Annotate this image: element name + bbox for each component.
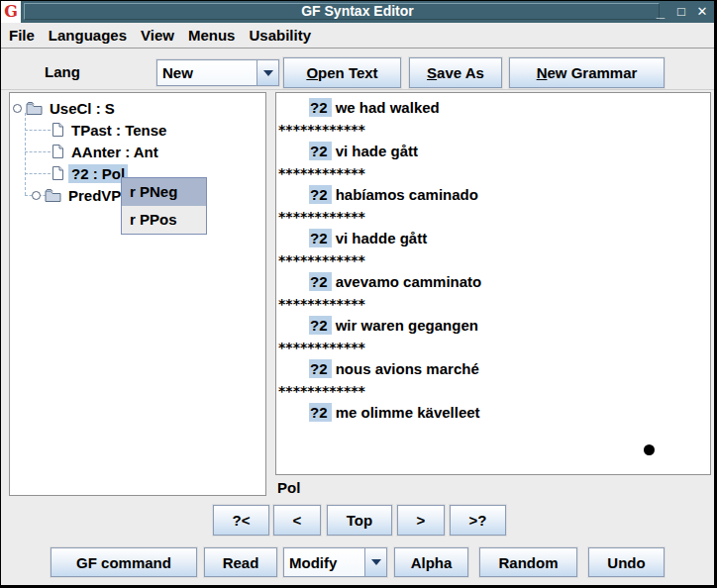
new-grammar-mnemonic: N xyxy=(537,64,548,81)
folder-icon xyxy=(45,188,61,202)
output-line: ?2 me olimme kävelleet xyxy=(276,402,710,424)
output-line: ?2 nous avions marché xyxy=(276,358,710,380)
save-as-rest: ave As xyxy=(437,64,484,81)
modify-combobox[interactable]: Modify xyxy=(283,547,387,577)
tree-connector-line xyxy=(25,151,51,152)
metavariable-badge: ?2 xyxy=(309,403,332,422)
open-text-button[interactable]: Open Text xyxy=(283,57,401,88)
save-as-button[interactable]: Save As xyxy=(409,57,502,88)
separator-line: ************ xyxy=(276,206,710,228)
language-combobox-value: New xyxy=(157,60,256,85)
undo-button[interactable]: Undo xyxy=(588,547,665,577)
separator-line: ************ xyxy=(276,380,710,402)
output-text: nous avions marché xyxy=(336,360,479,377)
menubar: File Languages View Menus Usability xyxy=(1,23,714,49)
close-icon[interactable]: ✕ xyxy=(695,5,709,19)
open-text-rest: pen Text xyxy=(318,64,378,81)
tree-node-label: PredVP xyxy=(65,186,124,205)
tree-node-label: AAnter : Ant xyxy=(68,143,161,161)
output-text: me olimme kävelleet xyxy=(336,404,480,421)
output-line: ?2 vi hadde gått xyxy=(276,228,710,249)
popup-item-ppos[interactable]: r PPos xyxy=(122,206,206,234)
nav-top-button[interactable]: Top xyxy=(327,505,392,536)
open-text-label: Open Text xyxy=(306,64,377,81)
output-line: ?2 habíamos caminado xyxy=(276,184,710,206)
tree-node-tpast[interactable]: TPast : Tense xyxy=(51,119,169,141)
linearization-output-area[interactable]: ?2 we had walked ************ ?2 vi hade… xyxy=(275,92,711,475)
separator-line: ************ xyxy=(276,293,710,315)
menu-menus[interactable]: Menus xyxy=(188,27,236,44)
menu-usability[interactable]: Usability xyxy=(249,27,311,44)
window-controls: _ □ ✕ xyxy=(654,1,709,23)
gf-logo: G xyxy=(1,1,21,23)
output-line: ?2 wir waren gegangen xyxy=(276,315,710,337)
random-button[interactable]: Random xyxy=(479,547,577,577)
tree-node-q2-pol[interactable]: ?2 : Pol xyxy=(51,162,128,184)
tree-connector-line xyxy=(25,173,51,174)
tree-node-predvp[interactable]: PredVP xyxy=(32,184,124,206)
status-text: Pol xyxy=(277,479,300,496)
tree-node-label: UseCl : S xyxy=(47,99,118,118)
chevron-down-icon xyxy=(263,70,273,76)
gf-syntax-editor-window: GF Syntax Editor _ □ ✕ G File Languages … xyxy=(0,0,717,588)
metavariable-badge: ?2 xyxy=(309,229,332,247)
output-text: vi hadde gått xyxy=(336,230,428,246)
modify-combobox-arrow[interactable] xyxy=(364,548,386,576)
language-combobox[interactable]: New xyxy=(156,59,279,86)
folder-icon xyxy=(26,101,43,115)
collapse-handle-icon[interactable] xyxy=(32,191,41,200)
tree-node-label: TPast : Tense xyxy=(68,121,169,140)
tree-node-usecl[interactable]: UseCl : S xyxy=(13,97,118,119)
minimize-icon[interactable]: _ xyxy=(654,5,667,19)
open-text-mnemonic: O xyxy=(306,64,318,81)
popup-item-pneg[interactable]: r PNeg xyxy=(122,178,206,206)
menu-languages[interactable]: Languages xyxy=(49,27,127,44)
metavariable-badge: ?2 xyxy=(309,185,332,204)
lang-label: Lang xyxy=(45,63,80,80)
save-as-label: Save As xyxy=(427,64,484,81)
save-as-mnemonic: S xyxy=(427,64,437,81)
metavariable-badge: ?2 xyxy=(309,359,332,378)
window-title: GF Syntax Editor xyxy=(1,3,714,19)
output-text: avevamo camminato xyxy=(336,273,482,290)
read-button[interactable]: Read xyxy=(204,547,277,577)
nav-last-button[interactable]: >? xyxy=(450,505,506,536)
new-grammar-button[interactable]: New Grammar xyxy=(509,57,665,88)
output-line: ?2 avevamo camminato xyxy=(276,271,710,293)
syntax-tree-panel[interactable]: UseCl : S TPast : Tense AAnter : Ant ?2 … xyxy=(9,92,266,496)
tree-node-label: ?2 : Pol xyxy=(68,164,128,183)
output-text: wir waren gegangen xyxy=(336,317,478,334)
separator-line: ************ xyxy=(276,119,710,141)
maximize-icon[interactable]: □ xyxy=(674,5,688,19)
output-line: ?2 vi hade gått xyxy=(276,141,710,162)
menu-view[interactable]: View xyxy=(141,27,174,44)
expand-handle-icon[interactable] xyxy=(13,104,22,113)
alpha-button[interactable]: Alpha xyxy=(394,547,468,577)
nav-first-button[interactable]: ?< xyxy=(213,505,269,536)
output-dot xyxy=(644,444,655,455)
new-grammar-rest: ew Grammar xyxy=(547,64,637,81)
nav-next-button[interactable]: > xyxy=(397,505,445,536)
output-text: habíamos caminado xyxy=(336,186,478,203)
metavariable-badge: ?2 xyxy=(309,98,332,117)
document-icon xyxy=(51,165,64,181)
output-text: we had walked xyxy=(336,99,440,116)
tree-connector-line xyxy=(25,113,26,195)
menu-file[interactable]: File xyxy=(9,27,35,44)
new-grammar-label: New Grammar xyxy=(537,64,638,81)
document-icon xyxy=(51,122,64,138)
output-text: vi hade gått xyxy=(336,143,418,159)
tree-node-aanter[interactable]: AAnter : Ant xyxy=(51,141,161,162)
language-combobox-arrow[interactable] xyxy=(256,60,278,85)
refinement-popup-menu: r PNeg r PPos xyxy=(121,177,207,235)
output-line: ?2 we had walked xyxy=(276,97,710,119)
nav-prev-button[interactable]: < xyxy=(273,505,321,536)
separator-line: ************ xyxy=(276,249,710,271)
modify-combobox-value: Modify xyxy=(284,548,364,576)
metavariable-badge: ?2 xyxy=(309,272,332,291)
gf-logo-letter: G xyxy=(4,4,18,20)
titlebar: GF Syntax Editor _ □ ✕ xyxy=(1,1,714,23)
tree-connector-line xyxy=(25,130,51,131)
document-icon xyxy=(51,144,64,159)
gf-command-button[interactable]: GF command xyxy=(51,547,197,577)
